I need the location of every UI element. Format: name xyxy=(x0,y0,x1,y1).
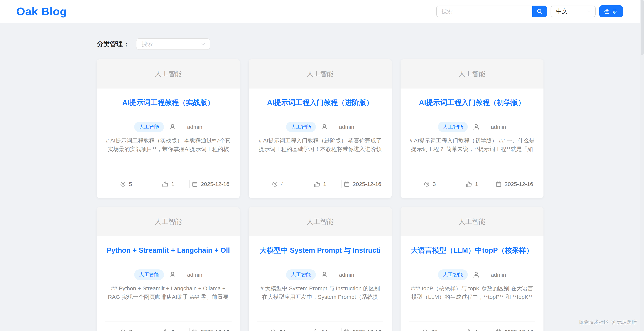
post-author-group: admin xyxy=(321,271,354,279)
post-author: admin xyxy=(187,124,202,130)
post-excerpt: # AI提示词工程教程（实战版） 本教程通过**7个真实场景的实战项目**，带你… xyxy=(105,136,232,154)
thumb-up-icon xyxy=(314,181,320,187)
header-controls: 中文 登 录 xyxy=(436,5,623,17)
search-input[interactable] xyxy=(436,5,532,17)
user-icon xyxy=(169,123,176,131)
calendar-icon xyxy=(496,181,502,187)
date-stat: 2025-12-16 xyxy=(494,181,535,187)
views-count: 27 xyxy=(431,329,437,331)
main-content: 分类管理： 搜索 人工智能 AI提示词工程教程（实战版） 人工智能 xyxy=(97,38,544,331)
post-card-body: AI提示词工程入门教程（进阶版） 人工智能 admin # AI提示词工程入门教… xyxy=(249,88,392,198)
post-footer: 64 14 xyxy=(257,322,384,331)
eye-icon xyxy=(272,181,278,187)
eye-icon xyxy=(120,329,126,331)
scrollbar-thumb[interactable] xyxy=(641,0,644,55)
post-cover-category: 人工智能 xyxy=(307,69,334,78)
post-excerpt: # 大模型中 System Prompt 与 Instruction 的区别 在… xyxy=(257,284,384,302)
likes-stat: 1 xyxy=(147,181,189,187)
header-search-group xyxy=(436,5,547,17)
category-toolbar: 分类管理： 搜索 xyxy=(97,38,544,50)
post-cover: 人工智能 xyxy=(249,59,392,88)
post-title-link[interactable]: AI提示词工程教程（实战版） xyxy=(105,97,232,108)
post-card-body: AI提示词工程教程（实战版） 人工智能 admin # AI提示词工程教程（实战… xyxy=(97,88,240,198)
views-stat: 3 xyxy=(409,181,450,187)
views-count: 3 xyxy=(433,181,436,187)
post-card: 人工智能 大语言模型（LLM）中topP（核采样） 人工智能 admin xyxy=(400,207,544,331)
post-card: 人工智能 AI提示词工程教程（实战版） 人工智能 admin # AI xyxy=(97,59,240,198)
views-count: 5 xyxy=(129,181,132,187)
views-stat: 7 xyxy=(105,329,147,331)
post-card: 人工智能 AI提示词工程入门教程（初学版） 人工智能 admin # xyxy=(400,59,544,198)
language-select[interactable]: 中文 xyxy=(550,5,596,17)
user-icon xyxy=(321,271,328,279)
chevron-down-icon xyxy=(586,9,591,14)
post-author: admin xyxy=(339,124,354,130)
date-stat: 2025-12-16 xyxy=(190,329,232,331)
likes-count: 1 xyxy=(475,181,478,187)
date-stat: 2025-12-16 xyxy=(342,181,384,187)
post-author: admin xyxy=(339,272,354,278)
language-select-value: 中文 xyxy=(556,7,568,15)
post-cover: 人工智能 xyxy=(97,59,240,88)
scrollbar[interactable] xyxy=(640,0,644,331)
thumb-up-icon xyxy=(312,329,319,331)
likes-count: 14 xyxy=(322,329,328,331)
calendar-icon xyxy=(344,181,350,187)
thumb-up-icon xyxy=(466,329,472,331)
post-date: 2025-12-16 xyxy=(504,329,533,331)
post-title-link[interactable]: AI提示词工程入门教程（进阶版） xyxy=(257,97,384,108)
post-author: admin xyxy=(187,272,202,278)
post-excerpt: ### topP（核采样）与 topK 参数的区别 在大语言模型（LLM）的生成… xyxy=(409,284,535,302)
calendar-icon xyxy=(344,329,350,331)
post-author-group: admin xyxy=(321,123,354,131)
app-header: Oak Blog 中文 登 录 xyxy=(0,0,644,23)
post-title-link[interactable]: 大语言模型（LLM）中topP（核采样） xyxy=(409,245,535,256)
likes-stat: 1 xyxy=(451,329,493,331)
category-toolbar-label: 分类管理： xyxy=(97,40,129,48)
post-title-link[interactable]: AI提示词工程入门教程（初学版） xyxy=(409,97,535,108)
thumb-up-icon xyxy=(162,181,168,187)
post-cover-category: 人工智能 xyxy=(155,217,182,226)
post-author: admin xyxy=(491,124,506,130)
search-button[interactable] xyxy=(532,5,547,17)
views-stat: 64 xyxy=(257,329,299,331)
eye-icon xyxy=(422,329,428,331)
post-author-group: admin xyxy=(472,123,506,131)
post-meta-row: 人工智能 admin xyxy=(105,270,232,280)
date-stat: 2025-12-16 xyxy=(190,181,232,187)
post-title-link[interactable]: Python + Streamlit + Langchain + Oll xyxy=(105,245,232,256)
login-button[interactable]: 登 录 xyxy=(599,5,623,17)
calendar-icon xyxy=(496,329,502,331)
post-title-link[interactable]: 大模型中 System Prompt 与 Instructi xyxy=(257,245,384,256)
post-cover-category: 人工智能 xyxy=(458,217,486,226)
eye-icon xyxy=(424,181,430,187)
post-footer: 27 1 xyxy=(409,322,535,331)
post-author-group: admin xyxy=(472,271,506,279)
chevron-down-icon xyxy=(200,41,206,47)
post-card: 人工智能 Python + Streamlit + Langchain + Ol… xyxy=(97,207,240,331)
category-select-placeholder: 搜索 xyxy=(142,40,153,48)
post-date: 2025-12-16 xyxy=(504,181,533,187)
post-card-body: AI提示词工程入门教程（初学版） 人工智能 admin # AI提示词工程入门教… xyxy=(400,88,544,198)
views-count: 7 xyxy=(129,329,132,331)
post-cover: 人工智能 xyxy=(400,207,544,236)
post-tag: 人工智能 xyxy=(286,122,316,132)
post-author-group: admin xyxy=(169,123,202,131)
post-excerpt: # AI提示词工程入门教程（进阶版） 恭喜你完成了提示词工程的基础学习！本教程将… xyxy=(257,136,384,154)
post-card: 人工智能 AI提示词工程入门教程（进阶版） 人工智能 admin # xyxy=(249,59,392,198)
likes-stat: 1 xyxy=(451,181,493,187)
likes-stat: 1 xyxy=(299,181,341,187)
post-tag: 人工智能 xyxy=(134,122,164,132)
calendar-icon xyxy=(192,329,198,331)
post-card: 人工智能 大模型中 System Prompt 与 Instructi 人工智能… xyxy=(249,207,392,331)
post-cover: 人工智能 xyxy=(249,207,392,236)
date-stat: 2025-12-16 xyxy=(342,329,384,331)
post-meta-row: 人工智能 admin xyxy=(257,270,384,280)
category-select[interactable]: 搜索 xyxy=(136,38,210,50)
post-meta-row: 人工智能 admin xyxy=(409,122,535,132)
post-author: admin xyxy=(491,272,506,278)
calendar-icon xyxy=(192,181,198,187)
site-logo[interactable]: Oak Blog xyxy=(16,5,67,18)
post-footer: 7 0 xyxy=(105,322,232,331)
post-meta-row: 人工智能 admin xyxy=(409,270,535,280)
